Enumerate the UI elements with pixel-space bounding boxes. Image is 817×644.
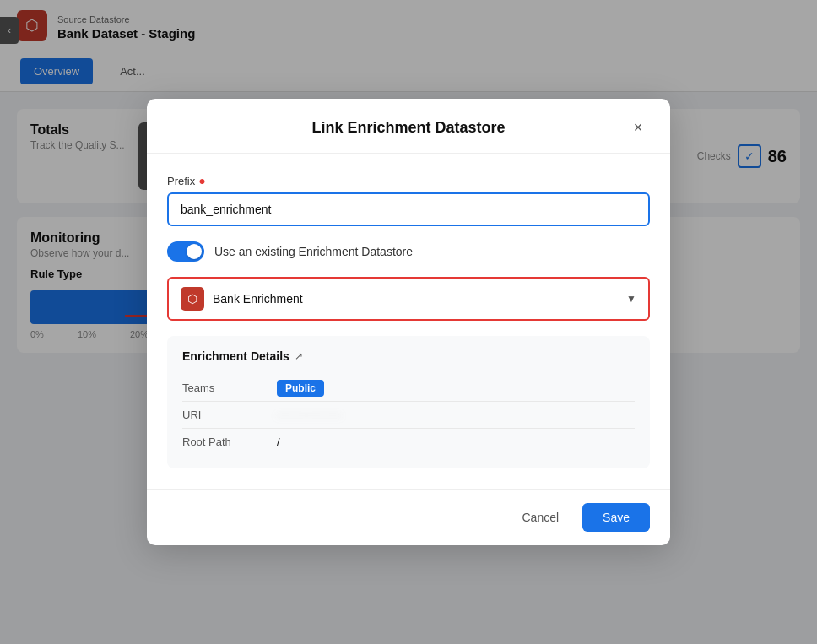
modal-footer: Cancel Save bbox=[147, 489, 670, 545]
teams-row: Teams Public bbox=[182, 375, 635, 402]
toggle-label: Use an existing Enrichment Datastore bbox=[214, 245, 413, 258]
existing-datastore-toggle[interactable] bbox=[167, 241, 204, 262]
required-indicator: ● bbox=[198, 174, 205, 187]
datastore-dropdown-icon: ⬡ bbox=[181, 287, 204, 311]
teams-label: Teams bbox=[182, 382, 267, 394]
cancel-button[interactable]: Cancel bbox=[508, 504, 572, 531]
prefix-input[interactable] bbox=[167, 192, 650, 226]
root-path-label: Root Path bbox=[182, 436, 267, 448]
prefix-field-group: Prefix ● bbox=[167, 174, 650, 226]
modal-header: Link Enrichment Datastore × bbox=[147, 99, 670, 154]
enrichment-details-header: Enrichment Details ↗ bbox=[182, 349, 635, 363]
enrichment-details-title: Enrichment Details bbox=[182, 349, 289, 363]
link-enrichment-modal: Link Enrichment Datastore × Prefix ● Use… bbox=[147, 99, 670, 545]
modal-title: Link Enrichment Datastore bbox=[191, 119, 626, 137]
modal-overlay: Link Enrichment Datastore × Prefix ● Use… bbox=[0, 0, 817, 644]
enrichment-details-section: Enrichment Details ↗ Teams Public URI · … bbox=[167, 336, 650, 468]
dropdown-arrow-icon: ▼ bbox=[626, 293, 636, 305]
uri-label: URI bbox=[182, 409, 267, 421]
modal-body: Prefix ● Use an existing Enrichment Data… bbox=[147, 154, 670, 489]
root-path-value: / bbox=[277, 436, 635, 448]
datastore-dropdown[interactable]: ⬡ Bank Enrichment ▼ bbox=[167, 277, 650, 321]
root-path-row: Root Path / bbox=[182, 429, 635, 455]
uri-value: · · · · · · · · · · · bbox=[277, 409, 635, 421]
toggle-knob bbox=[187, 244, 202, 259]
public-badge: Public bbox=[277, 380, 324, 397]
selected-datastore-text: Bank Enrichment bbox=[213, 292, 618, 306]
external-link-icon[interactable]: ↗ bbox=[295, 350, 303, 362]
modal-close-button[interactable]: × bbox=[626, 116, 650, 139]
prefix-label: Prefix ● bbox=[167, 174, 650, 187]
save-button[interactable]: Save bbox=[582, 503, 650, 532]
teams-value: Public bbox=[277, 382, 635, 394]
toggle-row: Use an existing Enrichment Datastore bbox=[167, 241, 650, 262]
uri-row: URI · · · · · · · · · · · bbox=[182, 402, 635, 429]
